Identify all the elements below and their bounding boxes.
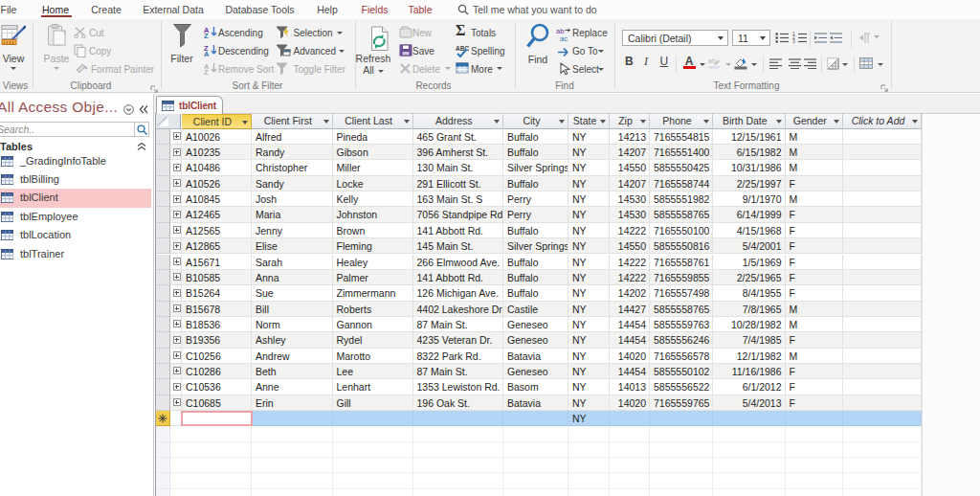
svg-text:ac: ac [560,34,568,42]
svg-text:Z: Z [204,32,209,38]
svg-text:3: 3 [792,38,795,44]
svg-text:Z: Z [204,68,209,75]
svg-text:ab: ab [708,57,716,64]
svg-text:ABC: ABC [456,45,469,52]
svg-text:A: A [204,50,210,56]
